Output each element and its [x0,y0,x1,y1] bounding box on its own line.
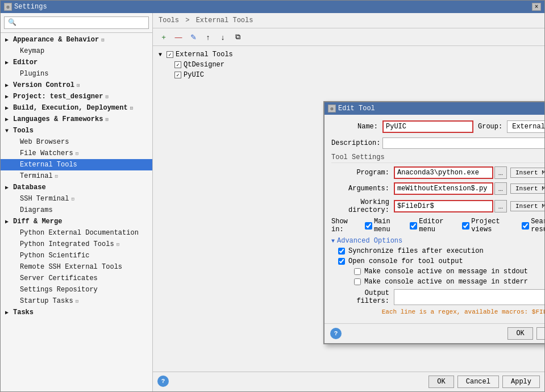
sidebar-item-external-tools[interactable]: External Tools [1,159,152,170]
showin-editor-menu[interactable]: Editor menu [410,218,457,233]
workdir-browse-button[interactable]: ... [494,200,507,212]
description-input[interactable] [382,137,544,149]
sidebar-item-file-watchers[interactable]: File Watchers ⊡ [1,148,152,159]
sidebar-item-diagrams[interactable]: Diagrams [1,205,152,216]
open-console-checkbox[interactable] [338,258,345,265]
qtdesigner-item[interactable]: ✓ QtDesigner [159,60,539,70]
group-checkbox[interactable]: ✓ [167,51,173,58]
remove-tool-button[interactable]: — [172,31,185,43]
sidebar-item-tools[interactable]: ▼ Tools [1,125,152,136]
external-icon: ⊡ [101,37,104,43]
sidebar-item-settings-repo[interactable]: Settings Repository [1,284,152,295]
external-icon: ⊡ [117,241,119,248]
settings-window: ⚙ Settings × ▶ Appearance & Behavior ⊡ K… [0,0,545,392]
arrow-icon: ▶ [5,116,11,123]
showin-search-result[interactable]: Search result [522,218,544,233]
dialog-ok-button[interactable]: OK [507,327,532,340]
program-insert-macro-button[interactable]: Insert Macro... [510,168,544,178]
make-active-stderr-checkbox[interactable] [354,278,361,285]
sidebar-item-appearance[interactable]: ▶ Appearance & Behavior ⊡ [1,34,152,45]
sidebar-item-tasks[interactable]: ▶ Tasks [1,307,152,318]
sidebar-item-database[interactable]: ▶ Database [1,182,152,193]
sidebar-item-terminal[interactable]: Terminal ⊡ [1,170,152,182]
make-active-stdout-checkbox[interactable] [354,268,361,275]
sidebar-item-diff-merge[interactable]: ▶ Diff & Merge [1,216,152,227]
sidebar-item-python-scientific[interactable]: Python Scientific [1,250,152,261]
sync-checkbox[interactable] [338,248,345,255]
toolbar: + — ✎ ↑ ↓ ⧉ [153,28,544,46]
help-button[interactable]: ? [157,376,169,387]
sidebar-item-label: Python External Documentation [20,229,139,237]
dialog-title-bar: ⚙ Edit Tool × [324,102,544,115]
output-filters-input[interactable] [394,289,544,305]
external-icon: ⊡ [105,94,108,100]
sidebar-item-label: SSH Terminal [20,195,69,203]
move-up-button[interactable]: ↑ [202,31,214,43]
sidebar-item-label: Web Browsers [20,138,69,146]
sidebar-item-label: Project: test_designer [13,93,103,101]
program-browse-button[interactable]: ... [494,166,507,179]
arguments-browse-button[interactable]: ... [494,182,507,195]
title-bar: ⚙ Settings × [1,1,544,13]
qtdesigner-label: QtDesigner [184,61,224,69]
sidebar-item-python-ext-doc[interactable]: Python External Documentation [1,227,152,239]
dialog-body: Name: Group: External Tools Description:… [324,115,544,323]
external-tools-group[interactable]: ▼ ✓ External Tools [159,49,539,60]
cancel-button[interactable]: Cancel [457,376,499,388]
edit-tool-button[interactable]: ✎ [187,31,199,43]
workdir-input[interactable] [394,200,493,212]
sidebar-item-build[interactable]: ▶ Build, Execution, Deployment ⊡ [1,102,152,114]
dialog-title-text: Edit Tool [338,105,375,112]
sidebar-item-python-integrated[interactable]: Python Integrated Tools ⊡ [1,239,152,250]
sidebar-item-languages[interactable]: ▶ Languages & Frameworks ⊡ [1,114,152,125]
external-icon: ⊡ [71,196,74,202]
qtdesigner-checkbox[interactable]: ✓ [174,61,181,68]
workdir-insert-macro-button[interactable]: Insert Macro... [510,201,544,211]
search-input[interactable] [4,16,149,29]
sidebar-item-editor[interactable]: ▶ Editor [1,57,152,68]
dialog-cancel-button[interactable]: Cancel [536,327,544,340]
make-active-stderr-label: Make console active on message in stderr [364,278,528,286]
showin-project-views[interactable]: Project views [462,218,517,233]
external-icon: ⊡ [76,151,78,157]
arrow-icon: ▶ [5,93,11,100]
arguments-input[interactable] [394,182,493,195]
pyuic-label: PyUIC [184,71,204,79]
arguments-insert-macro-button[interactable]: Insert Macro... [510,184,544,194]
sidebar-item-plugins[interactable]: Plugins [1,68,152,80]
main-panel-wrap: Tools > External Tools + — ✎ ↑ ↓ ⧉ ▼ [153,13,544,391]
group-select[interactable]: External Tools [507,120,544,133]
move-down-button[interactable]: ↓ [217,31,229,43]
showin-main-menu[interactable]: Main menu [365,218,405,233]
external-icon: ⊡ [55,173,58,180]
close-button[interactable]: × [532,3,541,11]
sidebar-item-label: Diagrams [20,206,53,214]
workdir-row: Working directory: ... Insert Macro... [331,198,544,214]
sidebar-item-startup-tasks[interactable]: Startup Tasks ⊡ [1,295,152,307]
sidebar-item-project[interactable]: ▶ Project: test_designer ⊡ [1,91,152,102]
sidebar-item-label: Plugins [20,70,48,78]
apply-button[interactable]: Apply [502,376,540,388]
external-icon: ⊡ [77,82,80,89]
advanced-title[interactable]: ▼ Advanced Options [331,237,544,245]
sidebar-item-server-certs[interactable]: Server Certificates [1,273,152,284]
copy-button[interactable]: ⧉ [231,31,244,43]
sync-label: Synchronize files after execution [348,247,484,255]
sidebar-item-version-control[interactable]: ▶ Version Control ⊡ [1,80,152,91]
arrow-icon: ▶ [5,218,11,225]
name-input[interactable] [382,120,473,133]
sidebar-item-keymap[interactable]: Keymap [1,45,152,57]
program-input[interactable] [394,166,493,179]
dialog-help-button[interactable]: ? [330,328,342,339]
sync-files-row: Synchronize files after execution [338,247,544,255]
sidebar-item-remote-ssh[interactable]: Remote SSH External Tools [1,261,152,273]
ok-button[interactable]: OK [428,376,454,388]
program-label: Program: [331,169,394,177]
pyuic-checkbox[interactable]: ✓ [174,72,181,78]
make-active-stdout-row: Make console active on message in stdout [338,268,544,276]
advanced-label: Advanced Options [337,237,402,245]
add-tool-button[interactable]: + [157,31,170,43]
pyuic-item[interactable]: ✓ PyUIC [159,70,539,80]
sidebar-item-web-browsers[interactable]: Web Browsers [1,136,152,148]
sidebar-item-ssh-terminal[interactable]: SSH Terminal ⊡ [1,193,152,205]
